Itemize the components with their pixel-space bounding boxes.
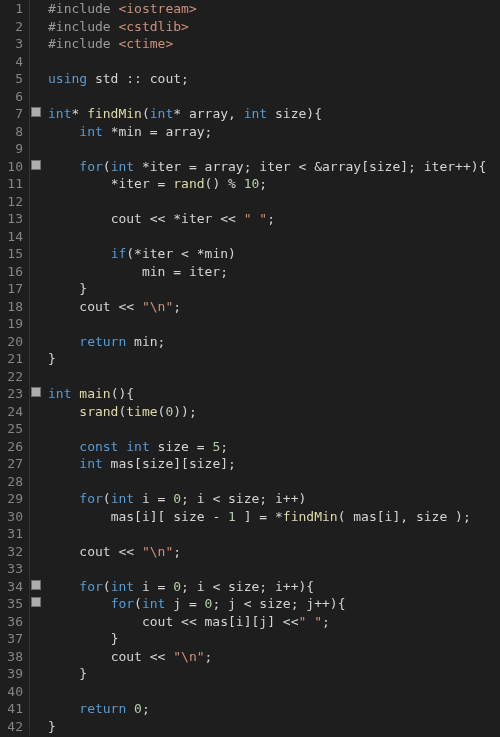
token: size <box>165 509 212 524</box>
line-number: 33 <box>0 560 30 578</box>
code-line[interactable]: int *min = array; <box>42 123 500 141</box>
token <box>236 176 244 191</box>
fold-marker-icon[interactable] <box>31 107 41 117</box>
fold-marker-icon[interactable] <box>31 597 41 607</box>
code-line[interactable]: #include <iostream> <box>42 0 500 18</box>
code-line[interactable]: if(*iter < *min) <box>42 245 500 263</box>
code-line[interactable]: srand(time(0)); <box>42 403 500 421</box>
fold-gutter <box>30 560 42 578</box>
fold-gutter <box>30 438 42 456</box>
code-line[interactable]: cout << *iter << " "; <box>42 210 500 228</box>
token: { <box>314 106 322 121</box>
code-line[interactable] <box>42 525 500 543</box>
token: { <box>126 386 134 401</box>
code-line[interactable]: cout << "\n"; <box>42 543 500 561</box>
token: } <box>48 351 56 366</box>
code-line[interactable]: cout << mas[i][j] <<" "; <box>42 613 500 631</box>
token: array <box>322 159 361 174</box>
code-line[interactable]: cout << "\n"; <box>42 298 500 316</box>
token: min <box>126 334 157 349</box>
code-line[interactable] <box>42 88 500 106</box>
code-line[interactable] <box>42 315 500 333</box>
code-line[interactable]: min = iter; <box>42 263 500 281</box>
token <box>48 544 79 559</box>
code-line[interactable] <box>42 228 500 246</box>
token <box>48 614 142 629</box>
token: ++ <box>314 596 330 611</box>
code-line[interactable]: for(int i = 0; i < size; i++) <box>42 490 500 508</box>
fold-marker-icon[interactable] <box>31 387 41 397</box>
line-number: 23 <box>0 385 30 403</box>
code-line[interactable]: for(int i = 0; i < size; i++){ <box>42 578 500 596</box>
token: * <box>173 106 189 121</box>
token: } <box>79 281 87 296</box>
token: < <box>244 596 252 611</box>
fold-marker-icon[interactable] <box>31 160 41 170</box>
fold-gutter <box>30 403 42 421</box>
token: = <box>189 159 197 174</box>
code-line[interactable]: cout << "\n"; <box>42 648 500 666</box>
code-line[interactable]: } <box>42 665 500 683</box>
code-line[interactable] <box>42 683 500 701</box>
token: #include <box>48 1 118 16</box>
code-line[interactable]: } <box>42 280 500 298</box>
token: iter <box>181 211 220 226</box>
code-line[interactable]: } <box>42 350 500 368</box>
code-line[interactable]: #include <ctime> <box>42 35 500 53</box>
code-line[interactable]: for(int j = 0; j < size; j++){ <box>42 595 500 613</box>
token: i <box>134 491 157 506</box>
token: findMin <box>87 106 142 121</box>
fold-gutter <box>30 263 42 281</box>
token: ++ <box>283 579 299 594</box>
line-number: 12 <box>0 193 30 211</box>
code-line[interactable] <box>42 53 500 71</box>
code-line[interactable] <box>42 193 500 211</box>
code-line[interactable] <box>42 560 500 578</box>
token: iter <box>142 246 181 261</box>
code-line[interactable]: int* findMin(int* array, int size){ <box>42 105 500 123</box>
code-editor[interactable]: 1#include <iostream>2#include <cstdlib>3… <box>0 0 500 735</box>
code-line[interactable] <box>42 140 500 158</box>
code-line[interactable] <box>42 368 500 386</box>
token: i <box>236 614 244 629</box>
token: = <box>173 264 181 279</box>
fold-gutter <box>30 123 42 141</box>
token: ; <box>267 211 275 226</box>
token: iter <box>416 159 455 174</box>
token: ; <box>173 299 181 314</box>
fold-gutter <box>30 578 42 596</box>
token <box>48 596 111 611</box>
code-line[interactable]: #include <cstdlib> <box>42 18 500 36</box>
token: cout <box>142 71 181 86</box>
fold-gutter <box>30 368 42 386</box>
token: <cstdlib> <box>118 19 188 34</box>
token: <ctime> <box>118 36 173 51</box>
code-line[interactable]: return 0; <box>42 700 500 718</box>
token <box>48 456 79 471</box>
code-line[interactable] <box>42 473 500 491</box>
code-line[interactable]: int mas[size][size]; <box>42 455 500 473</box>
code-line[interactable]: int main(){ <box>42 385 500 403</box>
code-line[interactable]: *iter = rand() % 10; <box>42 175 500 193</box>
fold-gutter <box>30 683 42 701</box>
line-number: 10 <box>0 158 30 176</box>
code-line[interactable]: } <box>42 630 500 648</box>
code-line[interactable]: using std :: cout; <box>42 70 500 88</box>
token: j <box>165 596 188 611</box>
code-line[interactable]: for(int *iter = array; iter < &array[siz… <box>42 158 500 176</box>
token: { <box>479 159 487 174</box>
fold-gutter <box>30 595 42 613</box>
code-line[interactable]: mas[i][ size - 1 ] = *findMin( mas[i], s… <box>42 508 500 526</box>
token: < <box>181 246 189 261</box>
token: j <box>299 596 315 611</box>
code-line[interactable]: } <box>42 718 500 736</box>
code-line[interactable] <box>42 420 500 438</box>
fold-marker-icon[interactable] <box>31 580 41 590</box>
code-line[interactable]: const int size = 5; <box>42 438 500 456</box>
line-number: 40 <box>0 683 30 701</box>
token: for <box>79 491 102 506</box>
token: ( <box>103 491 111 506</box>
line-number: 18 <box>0 298 30 316</box>
code-line[interactable]: return min; <box>42 333 500 351</box>
token: } <box>79 666 87 681</box>
